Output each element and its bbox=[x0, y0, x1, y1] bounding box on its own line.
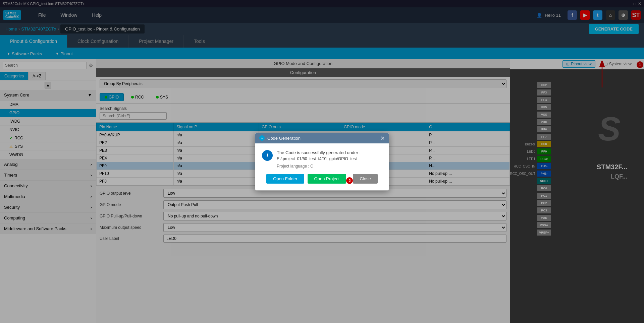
open-folder-button[interactable]: Open Folder bbox=[266, 174, 304, 184]
modal-language: Project language : C bbox=[277, 164, 361, 169]
modal-path: E:/.project_01/50_test_f4/01_gpio/GPIO_t… bbox=[277, 156, 361, 161]
close-button[interactable]: Close bbox=[353, 174, 377, 184]
modal-body: i The Code is successfully generated und… bbox=[255, 143, 389, 190]
modal-close-button[interactable]: ✕ bbox=[380, 135, 385, 141]
modal-overlay: ✦ Code Generation ✕ i The Code is succes… bbox=[0, 0, 644, 323]
code-generation-modal: ✦ Code Generation ✕ i The Code is succes… bbox=[255, 133, 389, 191]
modal-buttons: Open Folder Open Project 2 Close bbox=[262, 174, 382, 184]
info-icon: i bbox=[262, 150, 273, 161]
modal-titlebar: ✦ Code Generation ✕ bbox=[255, 133, 389, 143]
modal-title: Code Generation bbox=[267, 136, 301, 141]
annotation-badge-2: 2 bbox=[346, 177, 353, 184]
modal-info-row: i The Code is successfully generated und… bbox=[262, 150, 382, 169]
modal-title-icon: ✦ bbox=[259, 135, 265, 141]
open-project-button[interactable]: Open Project bbox=[308, 174, 346, 184]
modal-message: The Code is successfully generated under… bbox=[277, 150, 361, 155]
